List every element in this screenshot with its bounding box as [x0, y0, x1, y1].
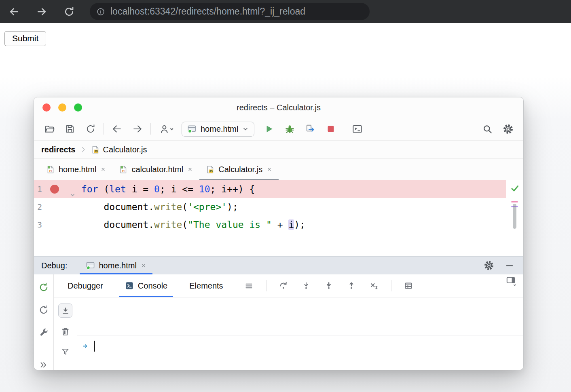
close-window-button[interactable] — [42, 103, 51, 112]
address-bar[interactable]: localhost:63342/redirects/home.html?_ij_… — [90, 3, 370, 20]
svg-text:H: H — [49, 169, 52, 173]
debug-tab-label: home.html — [99, 261, 137, 270]
show-hidden-icons[interactable] — [37, 358, 50, 370]
page-background: Submit redirects – Calculator.js — [0, 23, 571, 392]
console-output[interactable] — [77, 297, 523, 335]
code-line[interactable]: document.write("The value is " + i); — [81, 216, 305, 234]
close-tab-icon[interactable] — [141, 263, 146, 268]
console-side-toolbar — [54, 297, 77, 370]
browser-forward-icon[interactable] — [36, 6, 48, 18]
ide-window: redirects – Calculator.js — [34, 97, 524, 370]
line-number[interactable]: 3 — [37, 216, 42, 234]
chevron-down-icon — [242, 126, 249, 132]
close-tab-icon[interactable] — [266, 166, 272, 172]
breakpoint-icon[interactable] — [50, 185, 59, 194]
clear-console-trash-icon[interactable] — [59, 325, 72, 338]
console-input[interactable] — [77, 335, 523, 370]
sync-icon[interactable] — [84, 122, 97, 135]
chevron-right-icon — [79, 145, 87, 154]
editor-right-strip — [506, 180, 523, 256]
rerun-icon[interactable] — [37, 281, 50, 294]
text-cursor — [94, 341, 95, 352]
refresh-icon[interactable] — [37, 303, 50, 316]
minimize-window-button[interactable] — [58, 103, 66, 112]
tab-elements[interactable]: Elements — [187, 274, 225, 297]
settings-gear-icon[interactable] — [501, 122, 514, 135]
tab-console[interactable]: Console — [123, 274, 170, 297]
gutter[interactable]: 1 — [34, 180, 81, 198]
code-row: 1 for (let i = 0; i <= 10; i++) { — [34, 180, 523, 198]
hide-panel-icon[interactable] — [503, 259, 516, 272]
html-file-icon: H — [119, 165, 127, 174]
gutter[interactable]: 2 — [34, 198, 81, 216]
tool-tab-label: Debugger — [68, 281, 103, 291]
step-over-icon[interactable] — [277, 279, 290, 292]
console-prompt-icon — [82, 342, 90, 350]
analysis-mark-pink[interactable] — [511, 201, 518, 202]
debug-button[interactable] — [283, 122, 296, 135]
tab-home-html[interactable]: H home.html — [40, 159, 112, 180]
debug-settings-gear-icon[interactable] — [482, 259, 495, 272]
submit-button[interactable]: Submit — [4, 31, 46, 46]
layout-settings-icon[interactable] — [505, 274, 518, 287]
run-console-icon[interactable] — [351, 122, 364, 135]
browser-toolbar: localhost:63342/redirects/home.html?_ij_… — [0, 0, 571, 23]
step-into-icon[interactable] — [300, 279, 313, 292]
line-number[interactable]: 1 — [37, 180, 42, 198]
window-titlebar[interactable]: redirects – Calculator.js — [34, 97, 523, 118]
fullscreen-window-button[interactable] — [74, 103, 82, 112]
breadcrumb: redirects JS Calculator.js — [34, 141, 523, 159]
inspections-ok-icon[interactable] — [510, 183, 520, 195]
gutter[interactable]: 3 — [34, 216, 81, 234]
breadcrumb-file[interactable]: Calculator.js — [103, 145, 147, 154]
window-title: redirects – Calculator.js — [34, 103, 523, 112]
run-config-label: home.html — [201, 124, 238, 134]
filter-icon[interactable] — [59, 345, 72, 358]
line-number[interactable]: 2 — [37, 198, 42, 216]
editor-tabs: H home.html H calculator.html JS Calcula… — [34, 159, 523, 180]
force-step-into-icon[interactable] — [322, 279, 335, 292]
stop-button[interactable] — [324, 122, 337, 135]
tab-label: home.html — [59, 165, 96, 174]
tab-label: Calculator.js — [218, 165, 262, 174]
code-row: 2 document.write('<pre>'); — [34, 198, 523, 216]
code-line[interactable]: for (let i = 0; i <= 10; i++) { — [81, 180, 255, 198]
navigate-forward-icon[interactable] — [131, 122, 144, 135]
breadcrumb-project[interactable]: redirects — [41, 145, 76, 154]
url-text[interactable]: localhost:63342/redirects/home.html?_ij_… — [110, 6, 305, 17]
code-editor[interactable]: 1 for (let i = 0; i <= 10; i++) { 2 docu… — [34, 180, 523, 256]
scrollbar-thumb[interactable] — [513, 204, 516, 229]
debug-tool-tabs: Debugger Console Elements — [54, 274, 523, 297]
wrench-settings-icon[interactable] — [37, 326, 50, 339]
run-button[interactable] — [262, 122, 275, 135]
browser-reload-icon[interactable] — [63, 6, 75, 18]
run-config-icon — [86, 261, 95, 270]
view-options-icon[interactable] — [243, 279, 256, 292]
debug-left-toolbar — [34, 274, 54, 370]
search-icon[interactable] — [481, 122, 494, 135]
run-to-cursor-icon[interactable] — [368, 279, 381, 292]
js-file-icon: JS — [206, 165, 214, 174]
tab-debugger[interactable]: Debugger — [65, 274, 106, 297]
close-tab-icon[interactable] — [100, 166, 106, 172]
site-info-icon[interactable] — [96, 7, 105, 16]
navigate-back-icon[interactable] — [110, 122, 123, 135]
step-out-icon[interactable] — [345, 279, 358, 292]
close-tab-icon[interactable] — [187, 166, 193, 172]
user-profile-icon[interactable] — [157, 122, 176, 135]
code-line[interactable]: document.write('<pre>'); — [81, 198, 238, 216]
run-config-select[interactable]: home.html — [182, 122, 254, 137]
debug-tab-home-html[interactable]: home.html — [80, 257, 152, 274]
tab-calculator-js[interactable]: JS Calculator.js — [199, 159, 279, 180]
svg-text:JS: JS — [94, 150, 97, 153]
open-folder-icon[interactable] — [43, 122, 56, 135]
profile-button[interactable] — [304, 122, 317, 135]
scroll-to-end-icon[interactable] — [58, 303, 72, 318]
save-all-icon[interactable] — [63, 122, 76, 135]
tab-calculator-html[interactable]: H calculator.html — [112, 159, 199, 180]
browser-back-icon[interactable] — [8, 6, 20, 18]
restore-layout-icon[interactable] — [402, 279, 415, 292]
debug-panel-body: Debugger Console Elements — [34, 274, 523, 370]
code-row: 3 document.write("The value is " + i); — [34, 216, 523, 234]
debug-panel-header: Debug: home.html — [34, 256, 523, 274]
